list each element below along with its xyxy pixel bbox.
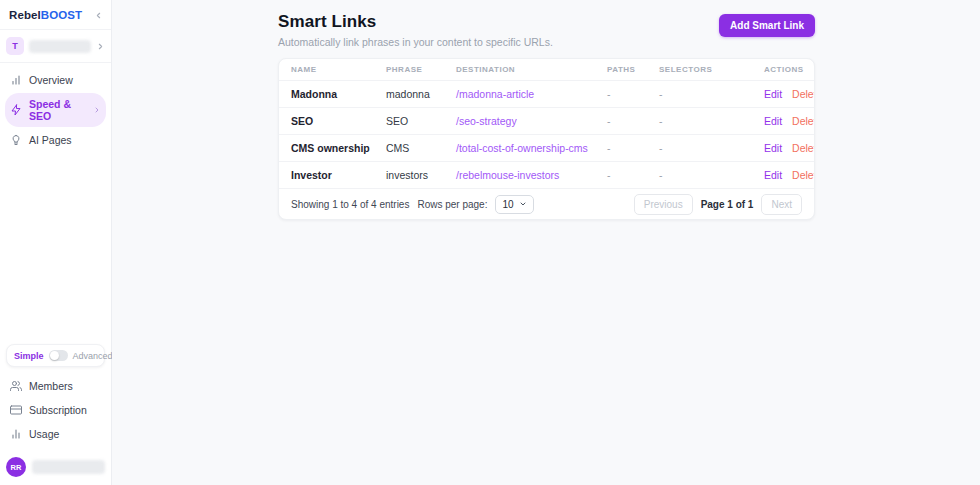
cell-destination: /seo-strategy [456,115,607,127]
column-header-destination: DESTINATION [456,65,607,74]
table-row: CMS ownership CMS /total-cost-of-ownersh… [279,134,814,161]
lightning-icon [10,104,22,116]
edit-link[interactable]: Edit [764,142,782,154]
smart-links-table-card: NAME PHRASE DESTINATION PATHS SELECTORS … [278,58,815,220]
destination-link[interactable]: /madonna-article [456,88,534,100]
page-header: Smart Links Automatically link phrases i… [278,12,815,48]
delete-link[interactable]: Delete [792,169,815,181]
table-row: Investor investors /rebelmouse-investors… [279,161,814,188]
edit-link[interactable]: Edit [764,88,782,100]
cell-paths: - [607,169,659,181]
cell-phrase: investors [386,169,456,181]
entries-summary: Showing 1 to 4 of 4 entries [291,199,409,210]
sidebar-item-usage[interactable]: Usage [5,423,106,445]
chevron-right-icon [93,106,101,114]
mode-advanced-label: Advanced [73,351,113,361]
sidebar-item-ai-pages[interactable]: AI Pages [5,129,106,151]
sidebar-item-speed-seo[interactable]: Speed & SEO [5,93,106,127]
workspace-selector[interactable]: T [6,37,105,55]
rows-per-page-label: Rows per page: [417,199,487,210]
chevron-down-icon [519,200,527,208]
add-smart-link-button[interactable]: Add Smart Link [719,14,815,37]
cell-destination: /total-cost-of-ownership-cms [456,142,607,154]
app-window: RebelBOOST T Overview Speed & SEO AI Pag… [0,0,980,485]
page-indicator: Page 1 of 1 [701,199,754,210]
chevron-right-icon [96,42,105,51]
sidebar-item-label: Members [29,380,73,392]
page-subtitle: Automatically link phrases in your conte… [278,36,553,48]
column-header-selectors: SELECTORS [659,65,764,74]
cell-actions: EditDelete [764,142,815,154]
mode-toggle-card: Simple Advanced [6,344,105,367]
cell-selectors: - [659,142,764,154]
destination-link[interactable]: /total-cost-of-ownership-cms [456,142,588,154]
cell-paths: - [607,142,659,154]
users-icon [10,380,22,392]
cell-destination: /rebelmouse-investors [456,169,607,181]
sidebar-item-label: Subscription [29,404,87,416]
sidebar-item-subscription[interactable]: Subscription [5,399,106,421]
cell-destination: /madonna-article [456,88,607,100]
brand-logo[interactable]: RebelBOOST [9,9,82,21]
column-header-name: NAME [291,65,386,74]
delete-link[interactable]: Delete [792,88,815,100]
page-title: Smart Links [278,12,553,32]
sidebar-bottom-nav: Members Subscription Usage [0,373,111,447]
sidebar-main-nav: Overview Speed & SEO AI Pages [0,67,111,153]
credit-card-icon [10,404,22,416]
workspace-avatar: T [6,37,24,55]
delete-link[interactable]: Delete [792,115,815,127]
page-title-block: Smart Links Automatically link phrases i… [278,12,553,48]
previous-page-button[interactable]: Previous [634,194,693,215]
edit-link[interactable]: Edit [764,115,782,127]
cell-name: Investor [291,169,386,181]
toggle-knob [50,351,59,360]
table-row: Madonna madonna /madonna-article - - Edi… [279,80,814,107]
sidebar-item-members[interactable]: Members [5,375,106,397]
sidebar-item-label: AI Pages [29,134,72,146]
content: Smart Links Automatically link phrases i… [278,12,815,220]
column-header-phrase: PHRASE [386,65,456,74]
cell-phrase: CMS [386,142,456,154]
destination-link[interactable]: /rebelmouse-investors [456,169,559,181]
lightbulb-icon [10,134,22,146]
pagination: Previous Page 1 of 1 Next [634,194,802,215]
cell-actions: EditDelete [764,169,815,181]
sidebar: RebelBOOST T Overview Speed & SEO AI Pag… [0,0,112,485]
cell-phrase: madonna [386,88,456,100]
cell-name: SEO [291,115,386,127]
destination-link[interactable]: /seo-strategy [456,115,517,127]
sidebar-spacer [0,153,111,338]
rows-per-page-select[interactable]: 10 [495,195,533,214]
column-header-actions: ACTIONS [764,65,804,74]
table-footer: Showing 1 to 4 of 4 entries Rows per pag… [279,188,814,219]
cell-name: CMS ownership [291,142,386,154]
user-menu[interactable]: RR [6,457,105,477]
mode-toggle-switch[interactable] [49,350,68,361]
sidebar-item-label: Overview [29,74,73,86]
cell-actions: EditDelete [764,115,815,127]
delete-link[interactable]: Delete [792,142,815,154]
cell-name: Madonna [291,88,386,100]
table-row: SEO SEO /seo-strategy - - EditDelete [279,107,814,134]
table-footer-left: Showing 1 to 4 of 4 entries Rows per pag… [291,195,534,214]
workspace-name-redacted [29,40,91,53]
next-page-button[interactable]: Next [761,194,802,215]
cell-phrase: SEO [386,115,456,127]
rows-per-page-value: 10 [502,199,513,210]
cell-selectors: - [659,88,764,100]
user-avatar: RR [6,457,26,477]
brand-name-secondary: BOOST [41,9,82,21]
sidebar-collapse-icon[interactable] [94,11,103,20]
sidebar-item-label: Speed & SEO [29,98,86,122]
sidebar-item-label: Usage [29,428,59,440]
mode-simple-label: Simple [14,351,44,361]
cell-selectors: - [659,115,764,127]
table-header-row: NAME PHRASE DESTINATION PATHS SELECTORS … [279,59,814,80]
edit-link[interactable]: Edit [764,169,782,181]
cell-paths: - [607,88,659,100]
bar-chart-icon [10,74,22,86]
sidebar-item-overview[interactable]: Overview [5,69,106,91]
brand-name-primary: Rebel [9,9,41,21]
cell-paths: - [607,115,659,127]
